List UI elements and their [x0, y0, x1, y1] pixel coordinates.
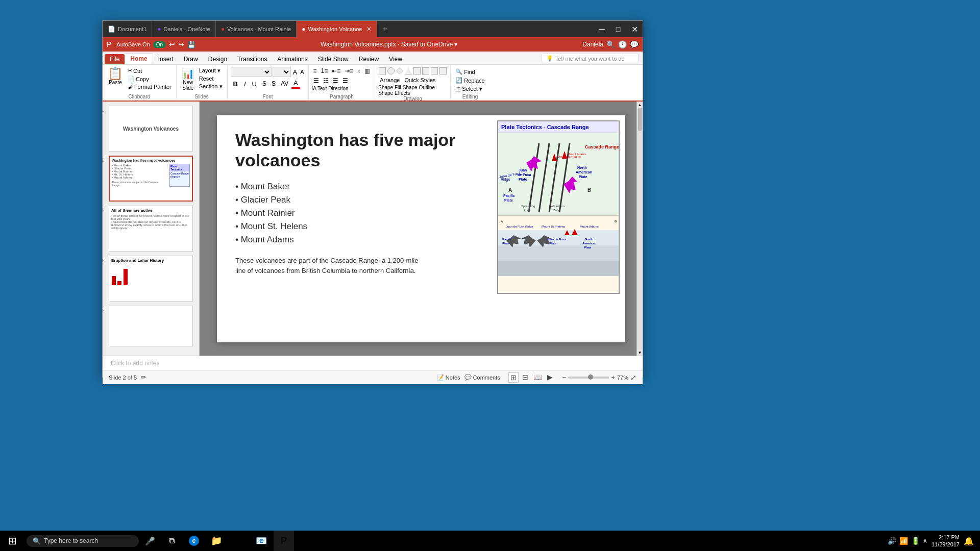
shrink-font-btn[interactable]: A	[299, 69, 305, 75]
zoom-in-btn[interactable]: +	[611, 373, 615, 381]
taskbar-time-date[interactable]: 2:17 PM 11/29/2017	[932, 534, 960, 548]
layout-btn[interactable]: Layout ▾	[198, 67, 224, 74]
win-close[interactable]: ✕	[626, 21, 643, 37]
fit-slide-btn[interactable]: ⤢	[630, 373, 636, 382]
grow-font-btn[interactable]: A	[292, 68, 299, 76]
line-spacing-btn[interactable]: ↕	[356, 67, 362, 75]
taskbar-word[interactable]: W	[296, 531, 316, 551]
tab-review[interactable]: Review	[354, 54, 384, 64]
tab-home[interactable]: Home	[125, 53, 153, 64]
tab-insert[interactable]: Insert	[153, 54, 179, 64]
tab-design[interactable]: Design	[203, 54, 232, 64]
battery-icon[interactable]: 🔋	[911, 537, 920, 545]
list-number-btn[interactable]: 1≡	[320, 67, 330, 75]
tab-rainier[interactable]: ● Volcanoes - Mount Rainie	[216, 21, 297, 37]
notes-btn[interactable]: 📝 Notes	[437, 374, 460, 381]
align-left-btn[interactable]: ☰	[312, 77, 321, 85]
font-name-select[interactable]	[231, 67, 272, 77]
shape6[interactable]	[422, 67, 429, 74]
reading-view-btn[interactable]: 📖	[532, 372, 544, 383]
shape2[interactable]	[387, 67, 395, 74]
tab-animations[interactable]: Animations	[272, 54, 312, 64]
shadow-btn[interactable]: S	[270, 80, 278, 88]
network-icon[interactable]: 📶	[899, 537, 908, 545]
undo-btn[interactable]: ↩	[169, 40, 175, 48]
font-size-select[interactable]	[273, 67, 291, 77]
tab-file[interactable]: File	[105, 54, 125, 64]
columns-btn[interactable]: ▥	[363, 67, 372, 75]
tab-onenote[interactable]: ● Daniela - OneNote	[152, 21, 215, 37]
slide-thumb-1[interactable]: 1 Washington Volcanoes	[109, 106, 193, 152]
taskbar-onenote[interactable]: N	[318, 531, 339, 551]
hide-icons-btn[interactable]: ∧	[923, 537, 927, 544]
taskbar-store[interactable]: 🛍	[229, 531, 249, 551]
format-painter-btn[interactable]: 🖌 Format Painter	[126, 83, 173, 90]
taskbar-edge[interactable]: e	[184, 531, 204, 551]
shape-outline-btn[interactable]: Shape Outline	[403, 85, 435, 90]
font-color-btn[interactable]: A	[291, 79, 300, 89]
slide-thumb-4[interactable]: 4 Eruption and Lahar History	[109, 256, 193, 302]
justify-btn[interactable]: ☰	[341, 77, 350, 85]
new-tab-btn[interactable]: +	[377, 21, 392, 37]
paste-btn[interactable]: 📋 Paste	[106, 66, 125, 87]
shape-fill-btn[interactable]: Shape Fill	[378, 85, 401, 90]
search-box[interactable]: 🔍 Type here to search	[27, 535, 139, 547]
shape5[interactable]	[413, 67, 421, 74]
comments-btn[interactable]: 💬 Comments	[464, 374, 500, 381]
task-view-btn[interactable]: ⧉	[161, 531, 182, 551]
find-btn[interactable]: 🔍 Find	[454, 68, 486, 76]
close-icon[interactable]: ✕	[366, 26, 372, 33]
main-scrollbar-top[interactable]: ▲	[636, 102, 643, 108]
redo-btn[interactable]: ↪	[178, 40, 184, 48]
align-right-btn[interactable]: ☰	[331, 77, 340, 85]
slideshow-btn[interactable]: ▶	[546, 372, 554, 383]
shape3[interactable]	[396, 67, 403, 74]
tab-washington[interactable]: ● Washington Volcanoe ✕	[297, 21, 377, 37]
speaker-icon[interactable]: 🔊	[888, 537, 896, 545]
taskbar-ppt[interactable]: P	[274, 531, 294, 551]
slide-sorter-btn[interactable]: ⊟	[521, 372, 530, 383]
tab-transitions[interactable]: Transitions	[232, 54, 272, 64]
search-icon[interactable]: 🔍	[606, 40, 615, 48]
cortana-mic-btn[interactable]: 🎤	[141, 531, 159, 551]
strikethrough-btn[interactable]: S	[260, 80, 268, 88]
underline-btn[interactable]: U	[250, 79, 259, 89]
slide-thumb-3[interactable]: 3 All of them are active • All of these …	[109, 206, 193, 252]
notes-edit-icon[interactable]: ✏	[141, 373, 146, 381]
tellme-box[interactable]: 💡 Tell me what you want to do	[542, 54, 639, 63]
shape8[interactable]	[439, 67, 447, 74]
arrange-btn[interactable]: Arrange	[378, 77, 401, 84]
indent-right-btn[interactable]: ⇥≡	[343, 67, 355, 75]
text-direction-btn[interactable]: IA Text Direction	[312, 86, 372, 91]
taskbar-mail[interactable]: 📧	[251, 531, 272, 551]
start-btn[interactable]: ⊞	[0, 531, 24, 551]
taskbar-explorer[interactable]: 📁	[206, 531, 227, 551]
list-bullet-btn[interactable]: ≡	[312, 67, 318, 75]
tab-doc1[interactable]: 📄 Document1	[103, 21, 152, 37]
slide-content-right[interactable]: Plate Tectonics - Cascade Range Cascade …	[495, 115, 625, 342]
tab-view[interactable]: View	[384, 54, 407, 64]
replace-btn[interactable]: 🔄 Replace	[454, 77, 486, 84]
zoom-out-btn[interactable]: −	[562, 373, 567, 381]
copy-btn[interactable]: 📄 Copy	[126, 75, 173, 83]
tab-slideshow[interactable]: Slide Show	[313, 54, 354, 64]
main-scrollbar-v[interactable]	[636, 102, 643, 356]
slide-thumb-5[interactable]: 5	[109, 306, 193, 346]
align-center-btn[interactable]: ☷	[322, 77, 330, 85]
comment-icon[interactable]: 💬	[630, 40, 639, 48]
select-btn[interactable]: ⬚ Select ▾	[454, 85, 486, 93]
bold-btn[interactable]: B	[231, 79, 240, 89]
cut-btn[interactable]: ✂ Cut	[126, 67, 173, 74]
slide-thumb-2[interactable]: 2 Washington has five major volcanoes • …	[109, 156, 193, 202]
shape1[interactable]	[379, 67, 386, 74]
normal-view-btn[interactable]: ⊞	[508, 372, 519, 383]
autosave-toggle[interactable]: On	[153, 41, 166, 48]
indent-left-btn[interactable]: ⇤≡	[330, 67, 342, 75]
activity-icon[interactable]: 🕐	[618, 40, 627, 48]
shape4[interactable]	[405, 67, 412, 74]
quick-styles-btn[interactable]: Quick Styles	[403, 77, 437, 84]
notification-btn[interactable]: 🔔	[964, 536, 974, 546]
tab-draw[interactable]: Draw	[179, 54, 203, 64]
char-spacing-btn[interactable]: AV	[279, 80, 290, 88]
save-btn[interactable]: 💾	[187, 41, 195, 48]
